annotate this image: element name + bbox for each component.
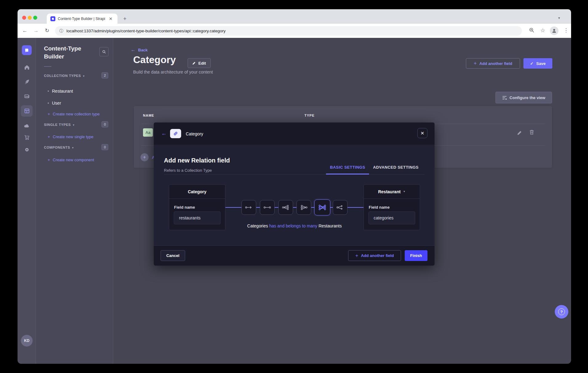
chevron-down-icon: ▼ (403, 190, 406, 193)
target-type-card: Restaurant ▼ Field name categories (364, 184, 420, 230)
modal-breadcrumb: Category (186, 131, 203, 136)
zoom-page-icon[interactable] (529, 27, 535, 33)
add-relation-modal: ← Category ✕ Add new Relation field Refe… (154, 122, 435, 266)
maximize-window-button[interactable] (33, 16, 37, 20)
close-window-button[interactable] (22, 16, 26, 20)
tab-title: Content-Type Builder | Strapi (58, 17, 107, 21)
relation-one-way-icon[interactable] (241, 200, 256, 215)
new-tab-button[interactable]: + (121, 15, 129, 23)
modal-header: ← Category ✕ (154, 122, 435, 145)
strapi-app: KD Content-Type Builder COLLECTION TYPES… (18, 38, 571, 364)
cancel-button[interactable]: Cancel (161, 250, 185, 261)
strapi-favicon-icon (50, 16, 55, 21)
active-tab-underline (326, 174, 369, 174)
browser-menu-icon[interactable]: ⋮ (563, 27, 569, 34)
modal-footer: Cancel + Add another field Finish (154, 245, 435, 266)
minimize-window-button[interactable] (28, 16, 32, 20)
site-info-icon[interactable]: ⓘ (59, 28, 63, 34)
browser-window: Content-Type Builder | Strapi ✕ + ▾ ← → … (18, 9, 571, 364)
tab-strip: Content-Type Builder | Strapi ✕ + ▾ (18, 9, 571, 24)
relation-link-icon (170, 129, 181, 138)
close-icon[interactable]: ✕ (417, 128, 427, 138)
source-type-card: Category Field name restaurants (169, 184, 225, 230)
relation-one-to-one-icon[interactable] (260, 200, 275, 215)
target-type-select[interactable]: Restaurant ▼ (364, 185, 420, 199)
target-field-name-input[interactable]: categories (368, 211, 415, 224)
modal-back-arrow-icon[interactable]: ← (161, 130, 167, 137)
modal-title: Add new Relation field (164, 157, 230, 164)
bookmark-star-icon[interactable]: ☆ (540, 27, 545, 34)
relation-many-to-many-icon[interactable] (314, 199, 330, 215)
relation-one-to-many-icon[interactable] (278, 200, 293, 215)
source-type-name: Category (169, 185, 225, 199)
url-text: localhost:1337/admin/plugins/content-typ… (66, 29, 226, 33)
relation-many-way-icon[interactable] (333, 200, 348, 215)
tab-search-chevron-icon[interactable]: ▾ (555, 14, 563, 22)
back-nav-icon[interactable]: ← (21, 27, 29, 34)
browser-toolbar: ← → ↻ ⓘ localhost:1337/admin/plugins/con… (18, 24, 571, 38)
help-button[interactable]: ? (555, 305, 568, 319)
profile-avatar-icon[interactable] (550, 26, 558, 35)
modal-body: Add new Relation field Refers to a Colle… (154, 145, 435, 245)
forward-nav-icon[interactable]: → (32, 27, 40, 34)
tab-basic-settings[interactable]: BASIC SETTINGS (330, 165, 365, 170)
plus-icon: + (355, 253, 358, 259)
reload-icon[interactable]: ↻ (43, 27, 51, 34)
relation-caption: Categories has and belongs to many Resta… (225, 223, 364, 228)
tab-close-icon[interactable]: ✕ (109, 16, 113, 21)
modal-add-another-field-button[interactable]: + Add another field (348, 250, 401, 261)
divider (164, 174, 424, 174)
tab-advanced-settings[interactable]: ADVANCED SETTINGS (373, 165, 419, 170)
source-field-name-input[interactable]: restaurants (174, 211, 220, 224)
screen: Content-Type Builder | Strapi ✕ + ▾ ← → … (0, 0, 588, 373)
finish-button[interactable]: Finish (405, 250, 427, 261)
relation-many-to-one-icon[interactable] (296, 200, 311, 215)
question-mark-icon: ? (558, 308, 565, 315)
modal-subtitle: Refers to a Collection Type (164, 168, 212, 173)
address-bar[interactable]: ⓘ localhost:1337/admin/plugins/content-t… (55, 26, 522, 36)
browser-tab[interactable]: Content-Type Builder | Strapi ✕ (47, 14, 117, 24)
